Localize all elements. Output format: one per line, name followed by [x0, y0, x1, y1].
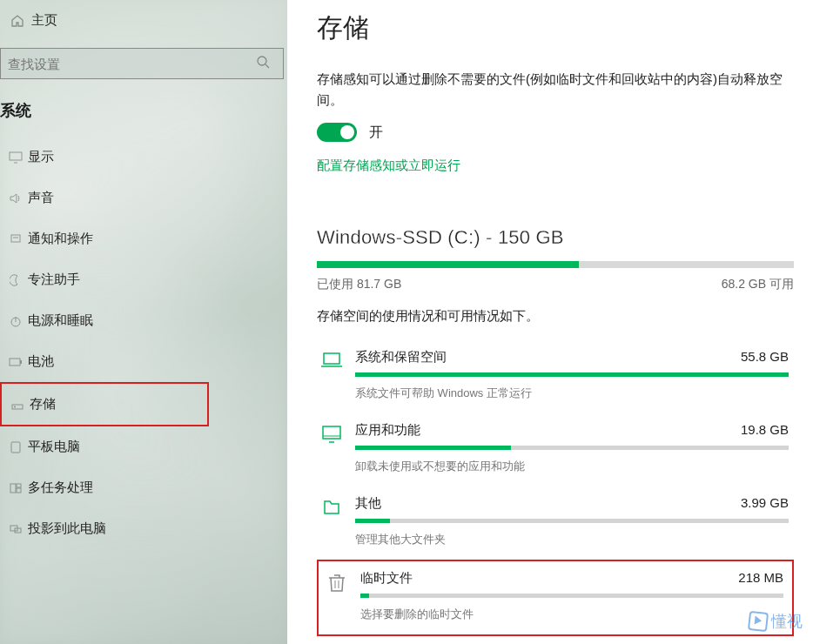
drive-usage-fill [317, 261, 579, 268]
svg-rect-13 [10, 484, 16, 493]
display-icon [7, 151, 24, 164]
tablet-icon [7, 441, 24, 453]
sidebar-item-display[interactable]: 显示 [0, 137, 287, 178]
svg-point-11 [14, 406, 16, 407]
section-title: 系统 [0, 91, 287, 137]
monitor-icon [319, 422, 345, 444]
category-size: 3.99 GB [741, 495, 789, 512]
sidebar-item-label: 电源和睡眠 [28, 312, 93, 329]
sidebar-item-focus[interactable]: 专注助手 [0, 259, 287, 300]
category-laptop[interactable]: 系统和保留空间55.8 GB系统文件可帮助 Windows 正常运行 [317, 340, 794, 413]
svg-rect-4 [11, 235, 20, 242]
page-title: 存储 [317, 10, 794, 46]
category-size: 218 MB [738, 570, 783, 587]
svg-rect-12 [11, 442, 20, 453]
battery-icon [7, 357, 24, 367]
category-bar [355, 446, 789, 450]
sidebar-item-notifications[interactable]: 通知和操作 [0, 218, 287, 259]
sidebar-item-label: 投影到此电脑 [28, 520, 106, 537]
category-sub: 管理其他大文件夹 [355, 532, 789, 547]
power-icon [7, 315, 24, 327]
drive-usage-bar [317, 261, 794, 268]
watermark-icon [748, 611, 769, 632]
drive-title: Windows-SSD (C:) - 150 GB [317, 226, 794, 249]
svg-rect-10 [12, 405, 23, 409]
category-sub: 系统文件可帮助 Windows 正常运行 [355, 386, 789, 401]
home-label: 主页 [31, 12, 57, 29]
category-trash[interactable]: 临时文件218 MB选择要删除的临时文件 [317, 560, 794, 636]
sidebar-item-battery[interactable]: 电池 [0, 341, 287, 382]
svg-rect-2 [10, 152, 22, 160]
search-input[interactable] [0, 48, 284, 79]
laptop-icon [319, 349, 345, 369]
category-fill [355, 446, 511, 450]
project-icon [7, 524, 24, 534]
category-fill [360, 594, 369, 598]
drive-used: 已使用 81.7 GB [317, 277, 401, 292]
usage-desc: 存储空间的使用情况和可用情况如下。 [317, 308, 794, 325]
category-size: 55.8 GB [741, 349, 789, 366]
sidebar-item-project[interactable]: 投影到此电脑 [0, 508, 287, 549]
sidebar-item-label: 存储 [30, 396, 56, 413]
trash-icon [324, 570, 350, 594]
sidebar-item-label: 通知和操作 [28, 231, 93, 247]
watermark: 懂视 [749, 611, 803, 632]
main-content: 存储 存储感知可以通过删除不需要的文件(例如临时文件和回收站中的内容)自动释放空… [287, 0, 813, 644]
sidebar-item-label: 显示 [28, 149, 54, 165]
sidebar: 主页 系统 显示 声音 通知和操作 专注助手 电源和睡眠 电池 存储 平板电脑 [0, 0, 287, 644]
category-folder[interactable]: 其他3.99 GB管理其他大文件夹 [317, 486, 794, 560]
svg-point-0 [258, 57, 266, 65]
sound-icon [7, 192, 24, 205]
category-name: 临时文件 [360, 570, 413, 587]
sidebar-item-tablet[interactable]: 平板电脑 [0, 426, 287, 467]
multitask-icon [7, 483, 24, 493]
svg-rect-9 [20, 360, 22, 364]
svg-rect-8 [10, 359, 20, 366]
drive-stats: 已使用 81.7 GB 68.2 GB 可用 [317, 277, 794, 292]
sidebar-item-label: 电池 [28, 353, 54, 370]
svg-rect-20 [323, 426, 340, 439]
category-fill [355, 519, 390, 523]
moon-icon [7, 274, 24, 286]
configure-link[interactable]: 配置存储感知或立即运行 [317, 158, 794, 174]
category-bar [355, 519, 789, 523]
category-sub: 卸载未使用或不想要的应用和功能 [355, 459, 789, 474]
category-fill [355, 372, 789, 377]
sidebar-item-label: 多任务处理 [28, 480, 93, 496]
toggle-label: 开 [369, 124, 383, 142]
folder-icon [319, 495, 345, 517]
storage-icon [9, 399, 26, 411]
search-icon [256, 55, 272, 74]
category-name: 其他 [355, 495, 381, 512]
sidebar-item-multitask[interactable]: 多任务处理 [0, 467, 287, 508]
category-sub: 选择要删除的临时文件 [360, 607, 783, 622]
search-container [0, 48, 284, 79]
drive-free: 68.2 GB 可用 [722, 277, 794, 292]
category-name: 系统和保留空间 [355, 349, 447, 366]
sidebar-item-power[interactable]: 电源和睡眠 [0, 300, 287, 341]
category-bar [355, 372, 789, 377]
svg-rect-14 [17, 484, 21, 487]
category-bar [360, 594, 783, 598]
sidebar-item-sound[interactable]: 声音 [0, 178, 287, 218]
category-monitor[interactable]: 应用和功能19.8 GB卸载未使用或不想要的应用和功能 [317, 413, 794, 486]
svg-rect-15 [17, 488, 21, 493]
sidebar-item-label: 声音 [28, 190, 54, 206]
sidebar-home[interactable]: 主页 [0, 7, 287, 44]
sidebar-item-storage[interactable]: 存储 [0, 382, 209, 426]
storage-sense-toggle[interactable] [317, 123, 357, 142]
category-size: 19.8 GB [741, 422, 789, 439]
svg-line-1 [265, 64, 269, 68]
storage-sense-desc: 存储感知可以通过删除不需要的文件(例如临时文件和回收站中的内容)自动释放空间。 [317, 69, 794, 111]
toggle-row: 开 [317, 123, 794, 142]
bell-icon [7, 233, 24, 245]
sidebar-item-label: 专注助手 [28, 272, 80, 288]
svg-rect-18 [324, 353, 339, 364]
home-icon [9, 14, 26, 28]
sidebar-item-label: 平板电脑 [28, 439, 80, 455]
category-name: 应用和功能 [355, 422, 420, 439]
watermark-text: 懂视 [771, 611, 803, 632]
